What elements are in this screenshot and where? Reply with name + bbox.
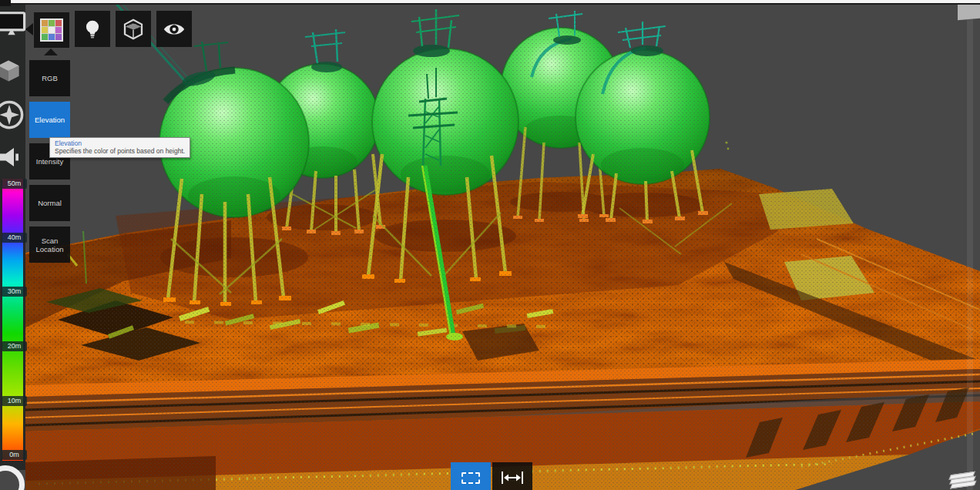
shaded-view-button[interactable] xyxy=(116,11,151,47)
color-palette-icon xyxy=(40,18,63,42)
flyout-arrow-left xyxy=(25,23,33,35)
menu-item-scan-location[interactable]: Scan Location xyxy=(29,227,70,263)
measure-distance-button[interactable] xyxy=(492,462,532,490)
right-scrollbar[interactable] xyxy=(967,19,973,490)
tooltip-description: Specifies the color of points based on h… xyxy=(55,147,185,155)
monitor-icon[interactable] xyxy=(0,9,26,42)
visibility-button[interactable] xyxy=(156,11,192,47)
elevation-scale-label: 30m xyxy=(2,287,27,297)
elevation-scale-label: 0m xyxy=(2,450,27,460)
point-color-mode-button[interactable] xyxy=(34,12,69,48)
elevation-color-scale xyxy=(2,179,23,461)
elevation-scale-label: 20m xyxy=(2,341,27,351)
menu-item-elevation[interactable]: Elevation xyxy=(29,102,70,138)
window-top-corner xyxy=(0,0,11,6)
elevation-scale-label: 50m xyxy=(2,179,27,189)
lightbulb-icon xyxy=(82,18,102,40)
menu-item-normal[interactable]: Normal xyxy=(29,185,70,221)
measure-icon xyxy=(500,469,525,486)
color-mode-menu: RGB Elevation Intensity Normal Scan Loca… xyxy=(29,60,70,263)
cube-icon[interactable] xyxy=(0,57,22,88)
compass-icon[interactable] xyxy=(0,99,25,134)
flyout-arrow-up xyxy=(44,49,58,55)
elevation-tooltip: Elevation Specifies the color of points … xyxy=(49,137,190,158)
tooltip-title: Elevation xyxy=(55,139,185,147)
window-selection-button[interactable] xyxy=(451,462,491,490)
bottom-toolbar xyxy=(451,462,532,490)
app-window: 50m 40m 30m 20m 10m 0m xyxy=(0,0,980,490)
window-top-edge xyxy=(11,0,980,5)
elevation-scale-label: 10m xyxy=(2,396,27,406)
elevation-scale-label: 40m xyxy=(2,233,27,243)
menu-item-rgb[interactable]: RGB xyxy=(29,60,70,96)
megaphone-icon[interactable] xyxy=(0,143,23,174)
point-cloud-viewport[interactable] xyxy=(0,0,980,490)
selection-rectangle-icon xyxy=(461,472,480,484)
point-speckle-overlay xyxy=(0,0,980,490)
lighting-button[interactable] xyxy=(75,11,110,47)
layers-stack-icon[interactable] xyxy=(949,472,978,490)
shaded-cube-icon xyxy=(123,18,144,40)
eye-icon xyxy=(163,20,186,39)
